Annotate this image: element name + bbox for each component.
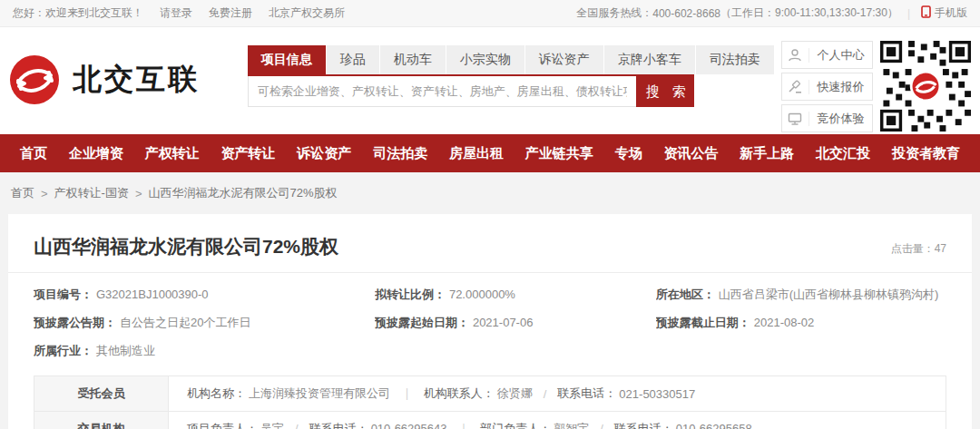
- personal-center-button[interactable]: 个人中心: [781, 41, 873, 69]
- exchange-link[interactable]: 北京产权交易所: [269, 5, 345, 21]
- nav-investor-education[interactable]: 投资者教育: [892, 145, 960, 162]
- contact-table: 受托会员 机构名称： 上海润臻投资管理有限公司 ｜ 机构联系人： 徐贤娜 / 联…: [34, 375, 946, 429]
- tab-project-info[interactable]: 项目信息: [248, 45, 326, 74]
- view-count: 点击量：47: [891, 241, 946, 259]
- cell-label: 联系电话：: [309, 421, 368, 429]
- view-count-value: 47: [935, 242, 946, 255]
- tab-treasures[interactable]: 珍品: [326, 45, 379, 74]
- nav-litigation-assets[interactable]: 诉讼资产: [297, 145, 351, 162]
- quick-quote-label: 快速报价: [809, 79, 872, 95]
- breadcrumb-separator: >: [135, 187, 142, 200]
- bidding-demo-button[interactable]: 竞价体验: [781, 104, 873, 132]
- project-fields: 项目编号： G32021BJ1000390-0 拟转让比例： 72.000000…: [8, 273, 972, 370]
- field-label: 项目编号：: [34, 287, 93, 303]
- row-header: 受托会员: [34, 376, 169, 411]
- field-transfer-ratio: 拟转让比例： 72.000000%: [375, 280, 656, 308]
- row-header: 交易机构: [34, 412, 169, 429]
- nav-bjhl-invest[interactable]: 北交汇投: [816, 145, 870, 162]
- quick-quote-button[interactable]: 快速报价: [781, 73, 873, 101]
- nav-equity-transfer[interactable]: 产权转让: [145, 145, 200, 162]
- field-label: 所属行业：: [34, 343, 93, 359]
- nav-capital-increase[interactable]: 企业增资: [69, 145, 123, 162]
- field-industry: 所属行业： 其他制造业: [34, 336, 375, 365]
- table-row-trading-institution: 交易机构 项目负责人： 吴宇 / 联系电话： 010-66295643 ｜ 部门…: [34, 411, 946, 429]
- breadcrumb-separator: >: [41, 187, 48, 200]
- work-hours: （工作日：9:00-11:30,13:30-17:30）: [720, 5, 898, 21]
- cell-value: 010-66295643: [371, 422, 447, 429]
- field-start-date: 预披露起始日期： 2021-07-06: [375, 308, 656, 336]
- brand-logo[interactable]: 北交互联: [9, 38, 248, 105]
- field-label: 预披露截止日期：: [656, 315, 750, 331]
- cell-separator: /: [544, 387, 547, 401]
- tab-litigation-assets[interactable]: 诉讼资产: [524, 45, 603, 74]
- cell-value: 郭智宇: [554, 421, 589, 429]
- field-value: 2021-08-02: [754, 316, 815, 329]
- divider: |: [907, 7, 910, 20]
- nav-judicial-auction[interactable]: 司法拍卖: [373, 145, 427, 162]
- login-link[interactable]: 请登录: [160, 5, 192, 21]
- top-utility-bar: 您好：欢迎来到北交互联！ 请登录 免费注册 北京产权交易所 全国服务热线： 40…: [0, 0, 980, 27]
- nav-home[interactable]: 首页: [20, 145, 47, 162]
- cell-value: 021-50330517: [619, 387, 695, 401]
- register-link[interactable]: 免费注册: [209, 5, 252, 21]
- field-value: 72.000000%: [449, 288, 515, 301]
- field-value: 其他制造业: [96, 343, 155, 359]
- cell-label: 项目负责人：: [187, 421, 258, 429]
- nav-special-sessions[interactable]: 专场: [615, 145, 642, 162]
- page-title: 山西华润福龙水泥有限公司72%股权: [34, 234, 338, 259]
- field-value: G32021BJ1000390-0: [96, 288, 209, 301]
- bidding-demo-label: 竞价体验: [809, 111, 872, 127]
- field-value: 山西省吕梁市(山西省柳林县柳林镇鸦沟村): [719, 287, 939, 303]
- breadcrumb: 首页 > 产权转让-国资 > 山西华润福龙水泥有限公司72%股权: [0, 172, 980, 214]
- brand-name: 北交互联: [73, 60, 200, 100]
- cell-label: 机构名称：: [187, 385, 246, 402]
- project-detail-card: 山西华润福龙水泥有限公司72%股权 点击量：47 项目编号： G32021BJ1…: [8, 214, 972, 429]
- search-button[interactable]: 搜 索: [636, 76, 694, 107]
- search-area: 项目信息 珍品 机动车 小宗实物 诉讼资产 京牌小客车 司法拍卖 搜 索: [248, 45, 694, 107]
- gavel-icon: [782, 80, 809, 94]
- logo-icon: [9, 54, 60, 105]
- field-label: 所在地区：: [656, 287, 715, 303]
- nav-asset-transfer[interactable]: 资产转让: [220, 145, 275, 162]
- mobile-version-link[interactable]: 手机版: [935, 5, 967, 21]
- table-row-entrusted-member: 受托会员 机构名称： 上海润臻投资管理有限公司 ｜ 机构联系人： 徐贤娜 / 联…: [34, 376, 946, 411]
- quick-links: 个人中心 快速报价 竞价体验: [781, 41, 873, 136]
- cell-label: 部门负责人：: [480, 421, 551, 429]
- tab-small-goods[interactable]: 小宗实物: [446, 45, 524, 74]
- qr-code: [880, 41, 971, 132]
- cell-separator: ｜: [401, 385, 413, 402]
- nav-house-rental[interactable]: 房屋出租: [449, 145, 504, 162]
- breadcrumb-category[interactable]: 产权转让-国资: [54, 185, 129, 201]
- tab-judicial-auction[interactable]: 司法拍卖: [695, 45, 774, 74]
- field-value: 2021-07-06: [473, 316, 534, 329]
- user-icon: [782, 48, 809, 63]
- field-label: 预披露起始日期：: [375, 315, 469, 331]
- field-project-number: 项目编号： G32021BJ1000390-0: [34, 280, 375, 308]
- field-end-date: 预披露截止日期： 2021-08-02: [656, 308, 956, 336]
- cell-separator: /: [600, 422, 603, 429]
- main-nav: 首页 企业增资 产权转让 资产转让 诉讼资产 司法拍卖 房屋出租 产业链共享 专…: [0, 134, 980, 172]
- mobile-phone-icon: [921, 5, 931, 21]
- cell-label: 联系电话：: [557, 385, 616, 402]
- nav-industry-chain[interactable]: 产业链共享: [525, 145, 593, 162]
- tab-beijing-plate-cars[interactable]: 京牌小客车: [603, 45, 695, 74]
- cell-label: 联系电话：: [614, 421, 673, 429]
- hotline-number: 400-602-8668: [652, 7, 720, 20]
- nav-beginner-guide[interactable]: 新手上路: [740, 145, 794, 162]
- cell-separator: /: [295, 422, 299, 429]
- field-value: 自公告之日起20个工作日: [120, 315, 250, 331]
- cell-label: 机构联系人：: [424, 385, 495, 402]
- tab-vehicles[interactable]: 机动车: [379, 45, 446, 74]
- field-label: 拟转让比例：: [375, 287, 446, 303]
- cell-value: 010-66295658: [676, 422, 752, 429]
- personal-center-label: 个人中心: [809, 47, 872, 63]
- site-header: 北交互联 项目信息 珍品 机动车 小宗实物 诉讼资产 京牌小客车 司法拍卖 搜 …: [0, 27, 980, 134]
- monitor-icon: [782, 112, 809, 126]
- search-input[interactable]: [248, 76, 636, 107]
- view-count-label: 点击量：: [891, 242, 935, 255]
- breadcrumb-current: 山西华润福龙水泥有限公司72%股权: [149, 185, 338, 201]
- breadcrumb-home[interactable]: 首页: [11, 185, 34, 201]
- field-location: 所在地区： 山西省吕梁市(山西省柳林县柳林镇鸦沟村): [656, 280, 956, 308]
- nav-announcements[interactable]: 资讯公告: [663, 145, 718, 162]
- cell-value: 吴宇: [260, 421, 284, 429]
